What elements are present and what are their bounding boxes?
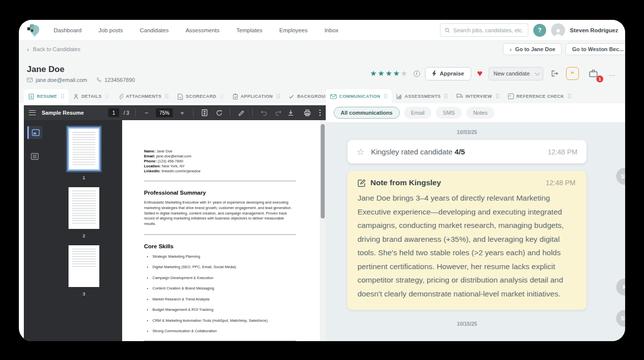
tab-scorecard[interactable]: SCORECARD (173, 89, 228, 103)
contact-label: Phone: (144, 159, 156, 163)
pdf-more-menu-icon[interactable] (319, 110, 321, 116)
contact-value: linkedin.com/in/janedoe (161, 169, 200, 173)
candidate-phone[interactable]: 1234567890 (96, 77, 135, 83)
pdf-title: Sample Resume (42, 110, 84, 116)
thumbnails-view-icon[interactable] (27, 126, 42, 139)
back-to-candidates-link[interactable]: ‹ Back to Candidates (27, 46, 80, 53)
favorite-heart-icon[interactable]: ♥ (477, 68, 483, 79)
drag-handle-icon[interactable] (61, 94, 64, 99)
drag-handle-icon[interactable] (384, 94, 387, 99)
user-avatar[interactable] (551, 23, 565, 37)
star-icon[interactable]: ★ (378, 69, 384, 78)
pdf-menu-icon[interactable] (29, 110, 36, 115)
tab-application[interactable]: APPLICATION (228, 89, 285, 103)
tab-interview[interactable]: INTERVIEW (452, 89, 503, 103)
avatar-initials[interactable]: SR (616, 310, 625, 327)
pdf-thumbnail-page-1[interactable]: 1 (68, 127, 100, 180)
pdf-thumbnail-page-2[interactable]: 2 (69, 187, 99, 238)
pdf-thumbnail-page-3[interactable]: 3 (69, 245, 99, 296)
rating-event-card[interactable]: ☆ Kingsley rated candidate 4/5 12:48 PM (348, 140, 586, 163)
drag-handle-icon[interactable] (220, 94, 223, 99)
main-nav: Dashboard Job posts Candidates Assessmen… (54, 27, 339, 33)
person-icon (73, 93, 79, 100)
drag-handle-icon[interactable] (444, 94, 447, 99)
pdf-zoom-level[interactable]: 75% (156, 108, 173, 117)
nav-item-employees[interactable]: Employees (280, 27, 308, 33)
nav-item-assessments[interactable]: Assessments (186, 27, 219, 33)
search-input[interactable] (453, 27, 524, 33)
export-icon[interactable] (548, 67, 561, 80)
note-card[interactable]: Note from Kingsley 12:48 PM Jane Doe bri… (348, 171, 586, 310)
filter-all-communications[interactable]: All communications (334, 107, 400, 119)
outline-view-icon[interactable] (27, 150, 42, 163)
tab-label: COMMUNICATION (339, 94, 380, 99)
go-to-prev-candidate-button[interactable]: ‹ Go to Jane Doe (503, 43, 562, 55)
zoom-out-button[interactable]: − (142, 108, 151, 118)
overflow-menu-icon[interactable]: … (609, 70, 616, 77)
help-button[interactable]: ? (533, 24, 546, 37)
app-window: Dashboard Job posts Candidates Assessmen… (19, 20, 625, 341)
info-icon[interactable]: i (414, 71, 420, 77)
star-icon[interactable]: ★ (385, 69, 392, 78)
star-icon[interactable]: ★ (401, 69, 407, 78)
candidate-email[interactable]: jane.doe@email.com (27, 77, 87, 83)
redo-icon[interactable] (273, 108, 283, 118)
chevron-down-icon (535, 71, 540, 75)
drag-handle-icon[interactable] (568, 94, 571, 99)
filter-email[interactable]: Email (404, 107, 432, 119)
resume-divider (144, 234, 296, 235)
appraise-label: Appraise (440, 71, 464, 76)
pdf-scrollbar[interactable] (320, 120, 326, 341)
filter-notes[interactable]: Notes (466, 107, 495, 119)
tab-details[interactable]: DETAILS (69, 89, 113, 103)
nav-item-inbox[interactable]: Inbox (324, 27, 338, 33)
tab-reference-check[interactable]: “ REFERENCE CHECK (503, 89, 575, 103)
quote-icon[interactable]: “ (566, 67, 579, 80)
fit-to-page-icon[interactable] (200, 108, 210, 118)
tab-label: APPLICATION (241, 94, 273, 99)
paperclip-icon (118, 93, 124, 100)
tab-assessments[interactable]: ASSESSMENTS (392, 89, 452, 103)
download-icon[interactable] (286, 108, 295, 118)
star-icon[interactable]: ★ (370, 69, 376, 78)
appraise-button[interactable]: Appraise (425, 67, 471, 80)
thumbnail-preview (69, 187, 99, 229)
rotate-icon[interactable] (214, 108, 224, 118)
tab-label: ASSESSMENTS (405, 94, 440, 99)
print-icon[interactable] (302, 108, 312, 118)
candidate-status-select[interactable]: New candidate (489, 67, 543, 80)
tab-communication[interactable]: COMMUNICATION (326, 89, 392, 103)
thumbnail-preview (69, 245, 99, 287)
nav-item-job-posts[interactable]: Job posts (98, 27, 123, 33)
lightning-icon (432, 71, 436, 76)
skill-item: Campaign Development & Execution (152, 276, 296, 280)
avatar-initials[interactable]: K (616, 279, 625, 295)
drag-handle-icon[interactable] (496, 94, 499, 99)
drag-handle-icon[interactable] (165, 94, 168, 99)
pdf-page-count: / 3 (124, 110, 129, 116)
person-icon (553, 27, 563, 37)
filter-sms[interactable]: SMS (436, 107, 462, 119)
nav-item-candidates[interactable]: Candidates (140, 27, 169, 33)
nav-item-templates[interactable]: Templates (236, 27, 262, 33)
candidate-email-text: jane.doe@email.com (36, 77, 87, 83)
tab-resume[interactable]: RESUME (24, 89, 69, 103)
pdf-page-input[interactable]: 1 (108, 108, 119, 117)
drag-handle-icon[interactable] (277, 94, 280, 99)
note-pen-icon (358, 179, 366, 187)
contact-value: (123) 456-7890 (158, 159, 183, 163)
user-name[interactable]: Steven Rodriguez (570, 27, 618, 33)
undo-icon[interactable] (259, 108, 269, 118)
drag-handle-icon[interactable] (106, 94, 109, 99)
contact-label: Location: (144, 164, 161, 168)
avatar-initials[interactable]: SR (616, 168, 625, 185)
star-icon[interactable]: ★ (393, 69, 400, 78)
nav-item-dashboard[interactable]: Dashboard (54, 27, 81, 33)
annotate-pen-icon[interactable] (236, 108, 246, 118)
candidate-star-rating[interactable]: ★ ★ ★ ★ ★ (370, 69, 407, 78)
tab-attachments[interactable]: ATTACHMENTS (113, 89, 173, 103)
thumbnail-page-number: 1 (82, 175, 85, 180)
zoom-in-button[interactable]: + (177, 108, 187, 118)
pdf-scrollbar-thumb[interactable] (321, 124, 325, 218)
go-to-next-candidate-button[interactable]: Go to Weston Bec... (566, 43, 625, 55)
